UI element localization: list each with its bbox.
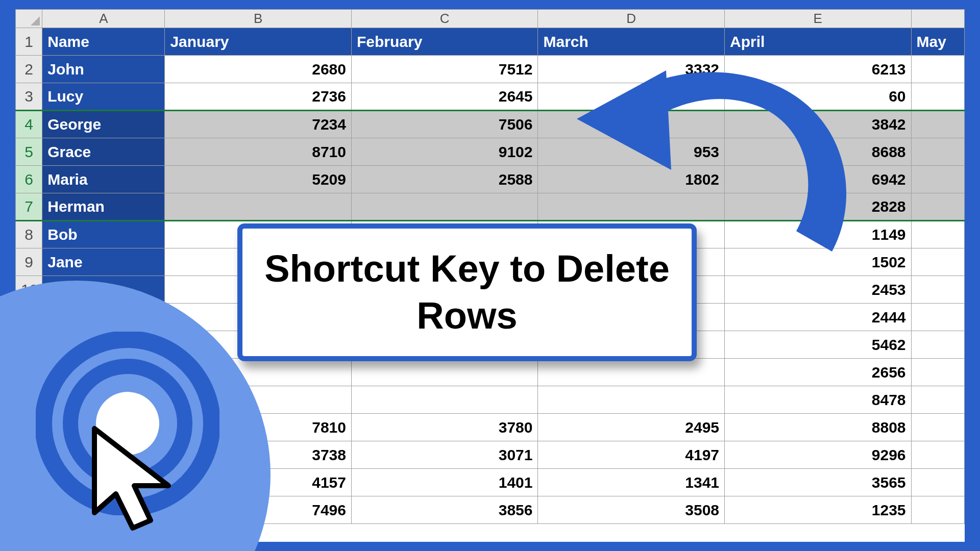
data-cell[interactable]	[911, 331, 964, 359]
data-cell[interactable]: 3332	[538, 56, 725, 83]
data-cell[interactable]	[911, 221, 964, 248]
data-cell[interactable]: 2680	[165, 56, 352, 83]
data-cell[interactable]: 1502	[725, 248, 912, 276]
row-header[interactable]: 6	[16, 166, 42, 193]
data-cell[interactable]	[911, 469, 964, 496]
data-cell[interactable]	[351, 193, 538, 221]
data-cell[interactable]	[538, 111, 725, 138]
data-cell[interactable]	[911, 304, 964, 331]
header-cell[interactable]: April	[725, 28, 912, 56]
data-cell[interactable]: 1149	[725, 221, 912, 248]
data-cell[interactable]: 9296	[725, 441, 912, 469]
cursor-arrow-icon	[79, 423, 191, 536]
data-cell[interactable]: 1802	[538, 166, 725, 193]
name-cell[interactable]: Jane	[42, 248, 165, 276]
data-cell[interactable]: 2828	[725, 193, 912, 221]
row-header[interactable]: 3	[16, 83, 42, 111]
row-header[interactable]: 7	[16, 193, 42, 221]
data-cell[interactable]: 8688	[725, 138, 912, 166]
header-cell[interactable]: Name	[42, 28, 165, 56]
data-cell[interactable]: 8808	[725, 414, 912, 441]
data-cell[interactable]	[911, 441, 964, 469]
data-cell[interactable]	[911, 83, 964, 111]
data-cell[interactable]	[351, 359, 538, 386]
data-cell[interactable]: 3780	[351, 414, 538, 441]
data-cell[interactable]: 6213	[725, 56, 912, 83]
data-cell[interactable]: 60	[725, 83, 912, 111]
data-cell[interactable]	[538, 359, 725, 386]
row-header[interactable]: 4	[16, 111, 42, 138]
data-cell[interactable]: 7512	[351, 56, 538, 83]
data-cell[interactable]: 3842	[725, 111, 912, 138]
data-cell[interactable]: 1401	[351, 469, 538, 496]
header-cell[interactable]: February	[351, 28, 538, 56]
data-cell[interactable]	[538, 83, 725, 111]
data-cell[interactable]	[165, 193, 352, 221]
name-cell[interactable]: Bob	[42, 221, 165, 248]
name-cell[interactable]: Lucy	[42, 83, 165, 111]
data-cell[interactable]: 3565	[725, 469, 912, 496]
name-cell[interactable]: John	[42, 56, 165, 83]
data-cell[interactable]: 2588	[351, 166, 538, 193]
row-header[interactable]: 9	[16, 248, 42, 276]
select-all-corner[interactable]	[16, 10, 42, 28]
row-header[interactable]: 2	[16, 56, 42, 83]
row-header-1[interactable]: 1	[16, 28, 42, 56]
data-cell[interactable]: 3856	[351, 496, 538, 524]
data-cell[interactable]: 953	[538, 138, 725, 166]
data-cell[interactable]: 3071	[351, 441, 538, 469]
data-cell[interactable]: 7506	[351, 111, 538, 138]
svg-marker-4	[94, 429, 168, 528]
column-header-D[interactable]: D	[538, 10, 725, 28]
data-cell[interactable]	[538, 386, 725, 414]
data-cell[interactable]	[911, 166, 964, 193]
data-cell[interactable]: 1235	[725, 496, 912, 524]
data-cell[interactable]: 6942	[725, 166, 912, 193]
data-cell[interactable]: 7234	[165, 111, 352, 138]
name-cell[interactable]: Maria	[42, 166, 165, 193]
data-cell[interactable]	[911, 193, 964, 221]
data-cell[interactable]	[911, 56, 964, 83]
data-cell[interactable]: 5462	[725, 331, 912, 359]
data-cell[interactable]	[911, 276, 964, 304]
callout-text: Shortcut Key to Delete Rows	[258, 245, 676, 340]
data-cell[interactable]: 2444	[725, 304, 912, 331]
data-cell[interactable]	[911, 248, 964, 276]
data-cell[interactable]	[911, 138, 964, 166]
data-cell[interactable]	[538, 193, 725, 221]
header-cell[interactable]: March	[538, 28, 725, 56]
data-cell[interactable]: 5209	[165, 166, 352, 193]
data-cell[interactable]: 2656	[725, 359, 912, 386]
data-cell[interactable]: 1341	[538, 469, 725, 496]
column-header-C[interactable]: C	[351, 10, 538, 28]
header-cell[interactable]: May	[911, 28, 964, 56]
data-cell[interactable]	[911, 496, 964, 524]
data-cell[interactable]: 8478	[725, 386, 912, 414]
data-cell[interactable]	[911, 386, 964, 414]
data-cell[interactable]	[351, 386, 538, 414]
data-cell[interactable]: 9102	[351, 138, 538, 166]
column-header-blank[interactable]	[911, 10, 964, 28]
row-header[interactable]: 8	[16, 221, 42, 248]
data-cell[interactable]: 2495	[538, 414, 725, 441]
data-cell[interactable]: 8710	[165, 138, 352, 166]
column-header-A[interactable]: A	[42, 10, 165, 28]
data-cell[interactable]: 2736	[165, 83, 352, 111]
data-cell[interactable]	[911, 414, 964, 441]
data-cell[interactable]: 3508	[538, 496, 725, 524]
data-cell[interactable]: 4197	[538, 441, 725, 469]
column-header-E[interactable]: E	[725, 10, 912, 28]
name-cell[interactable]: Herman	[42, 193, 165, 221]
header-cell[interactable]: January	[165, 28, 352, 56]
data-cell[interactable]: 2645	[351, 83, 538, 111]
name-cell[interactable]: George	[42, 111, 165, 138]
callout-title-box: Shortcut Key to Delete Rows	[237, 223, 697, 361]
data-cell[interactable]	[911, 359, 964, 386]
column-header-B[interactable]: B	[165, 10, 352, 28]
data-cell[interactable]	[911, 111, 964, 138]
data-cell[interactable]: 2453	[725, 276, 912, 304]
row-header[interactable]: 5	[16, 138, 42, 166]
name-cell[interactable]: Grace	[42, 138, 165, 166]
